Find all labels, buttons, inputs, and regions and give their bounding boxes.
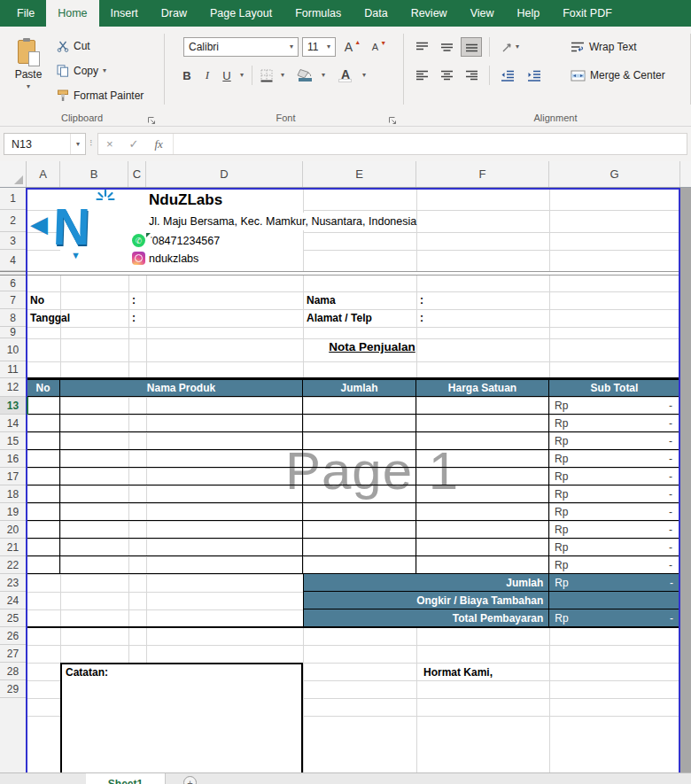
subtotal-cell[interactable]: Rp- bbox=[549, 450, 680, 467]
table-cell[interactable] bbox=[416, 468, 549, 485]
wrap-text-button[interactable]: Wrap Text bbox=[571, 36, 637, 58]
field-alamat-label[interactable]: Alamat / Telp bbox=[307, 312, 372, 324]
bold-button[interactable]: B bbox=[177, 66, 197, 85]
merge-center-button[interactable]: Merge & Center bbox=[571, 65, 665, 86]
underline-options-button[interactable]: ▾ bbox=[236, 66, 248, 85]
table-cell[interactable] bbox=[27, 503, 60, 520]
row-header-2[interactable]: 2 bbox=[0, 210, 26, 232]
align-center-button[interactable] bbox=[436, 66, 457, 85]
insert-function-button[interactable]: fx bbox=[147, 137, 171, 151]
align-right-button[interactable] bbox=[461, 66, 482, 85]
table-cell[interactable] bbox=[416, 521, 549, 538]
table-cell[interactable] bbox=[60, 397, 303, 414]
ribbon-tab-help[interactable]: Help bbox=[506, 0, 552, 27]
table-cell[interactable] bbox=[303, 485, 416, 502]
column-header-C[interactable]: C bbox=[128, 161, 146, 187]
row-header-20[interactable]: 20 bbox=[0, 521, 26, 539]
notes-label[interactable]: Catatan: bbox=[66, 666, 108, 679]
fill-color-options-button[interactable]: ▾ bbox=[317, 66, 330, 85]
totals-amount-cell[interactable] bbox=[549, 592, 680, 609]
paste-button[interactable]: Paste ▾ bbox=[5, 32, 51, 122]
field-no-label[interactable]: No bbox=[30, 294, 44, 307]
table-cell[interactable] bbox=[27, 485, 60, 502]
ribbon-tab-draw[interactable]: Draw bbox=[150, 0, 198, 27]
column-header-D[interactable]: D bbox=[146, 161, 303, 187]
copy-button[interactable]: Copy ▾ bbox=[57, 60, 106, 82]
table-cell[interactable] bbox=[27, 415, 60, 431]
table-cell[interactable] bbox=[303, 415, 416, 431]
subtotal-cell[interactable]: Rp- bbox=[549, 556, 680, 573]
table-cell[interactable] bbox=[303, 468, 416, 485]
table-cell[interactable] bbox=[416, 556, 549, 573]
row-header-3[interactable]: 3 bbox=[0, 232, 26, 250]
table-cell[interactable] bbox=[416, 415, 549, 431]
table-header-harga-satuan[interactable]: Harga Satuan bbox=[416, 378, 549, 397]
table-cell[interactable] bbox=[60, 556, 303, 573]
row-header-15[interactable]: 15 bbox=[0, 432, 26, 450]
row-header-1[interactable]: 1 bbox=[0, 188, 26, 210]
totals-label-total-pembayaran[interactable]: Total Pembayaran bbox=[304, 609, 549, 626]
shrink-font-button[interactable]: A ▼ bbox=[368, 37, 391, 57]
table-cell[interactable] bbox=[416, 539, 549, 555]
font-family-select[interactable]: Calibri ▾ bbox=[183, 37, 299, 57]
ribbon-tab-page-layout[interactable]: Page Layout bbox=[198, 0, 283, 27]
table-cell[interactable] bbox=[416, 485, 549, 502]
table-cell[interactable] bbox=[416, 432, 549, 449]
ribbon-tab-formulas[interactable]: Formulas bbox=[283, 0, 353, 27]
orientation-button[interactable]: ▾ bbox=[496, 37, 524, 57]
middle-align-button[interactable] bbox=[436, 37, 457, 57]
cancel-button[interactable]: × bbox=[98, 137, 121, 151]
bottom-align-button[interactable] bbox=[461, 37, 482, 57]
select-all-button[interactable] bbox=[0, 161, 27, 187]
subtotal-cell[interactable]: Rp- bbox=[549, 468, 680, 485]
row-header-16[interactable]: 16 bbox=[0, 450, 26, 468]
company-address[interactable]: Jl. Maju Bersama, Kec. Mamkur, Nusantara… bbox=[149, 215, 416, 228]
subtotal-cell[interactable]: Rp- bbox=[549, 521, 680, 538]
row-header-7[interactable]: 7 bbox=[0, 291, 26, 309]
row-header-25[interactable]: 25 bbox=[0, 609, 26, 627]
table-cell[interactable] bbox=[60, 539, 303, 555]
row-header-24[interactable]: 24 bbox=[0, 592, 26, 609]
table-cell[interactable] bbox=[303, 432, 416, 449]
field-nama-label[interactable]: Nama bbox=[307, 294, 336, 307]
ribbon-tab-home[interactable]: Home bbox=[46, 0, 98, 27]
font-dialog-launcher[interactable] bbox=[388, 113, 399, 123]
table-cell[interactable] bbox=[60, 485, 303, 502]
ribbon-tab-view[interactable]: View bbox=[459, 0, 506, 27]
new-sheet-button[interactable]: + bbox=[183, 776, 197, 784]
company-name[interactable]: NduZLabs bbox=[149, 191, 222, 209]
totals-amount-cell[interactable]: Rp- bbox=[549, 609, 680, 626]
row-header-28[interactable]: 28 bbox=[0, 663, 26, 680]
row-header-4[interactable]: 4 bbox=[0, 250, 26, 271]
table-cell[interactable] bbox=[27, 556, 60, 573]
column-header-B[interactable]: B bbox=[60, 161, 128, 187]
underline-button[interactable]: U bbox=[218, 66, 236, 85]
table-cell[interactable] bbox=[303, 521, 416, 538]
table-header-sub-total[interactable]: Sub Total bbox=[549, 378, 680, 397]
row-header-6[interactable]: 6 bbox=[0, 276, 26, 291]
subtotal-cell[interactable]: Rp- bbox=[549, 485, 680, 502]
name-box[interactable]: N13 ▾ bbox=[4, 133, 86, 155]
table-cell[interactable] bbox=[60, 450, 303, 467]
font-size-select[interactable]: 11 ▾ bbox=[302, 37, 336, 57]
table-cell[interactable] bbox=[27, 521, 60, 538]
column-header-G[interactable]: G bbox=[549, 161, 680, 187]
table-header-no[interactable]: No bbox=[27, 378, 60, 397]
column-header-F[interactable]: F bbox=[416, 161, 549, 187]
field-tanggal-label[interactable]: Tanggal bbox=[30, 312, 70, 324]
row-header-18[interactable]: 18 bbox=[0, 485, 26, 503]
table-cell[interactable] bbox=[303, 539, 416, 555]
ribbon-tab-file[interactable]: File bbox=[5, 0, 46, 27]
notes-box[interactable] bbox=[60, 663, 303, 772]
table-cell[interactable] bbox=[27, 539, 60, 555]
row-header-14[interactable]: 14 bbox=[0, 415, 26, 432]
table-cell[interactable] bbox=[416, 397, 549, 414]
table-cell[interactable] bbox=[303, 503, 416, 520]
row-header-22[interactable]: 22 bbox=[0, 556, 26, 574]
grow-font-button[interactable]: A ▲ bbox=[341, 37, 364, 57]
subtotal-cell[interactable]: Rp- bbox=[549, 397, 680, 414]
row-header-21[interactable]: 21 bbox=[0, 539, 26, 556]
subtotal-cell[interactable]: Rp- bbox=[549, 432, 680, 449]
table-cell[interactable] bbox=[60, 503, 303, 520]
row-header-12[interactable]: 12 bbox=[0, 378, 26, 397]
